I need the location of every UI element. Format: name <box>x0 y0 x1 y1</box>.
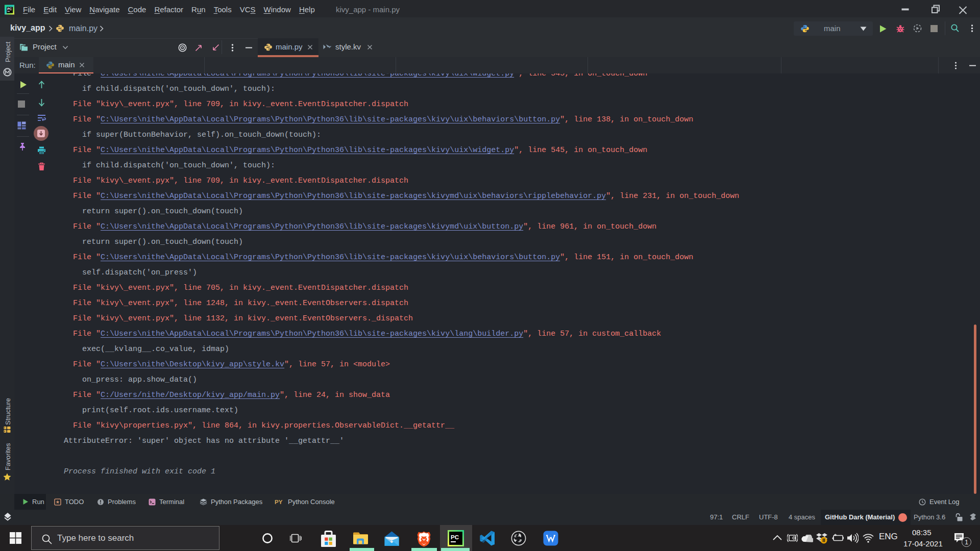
svg-text:PY: PY <box>275 499 283 505</box>
svg-text:PC: PC <box>7 7 12 11</box>
svg-text:PC: PC <box>451 534 459 540</box>
